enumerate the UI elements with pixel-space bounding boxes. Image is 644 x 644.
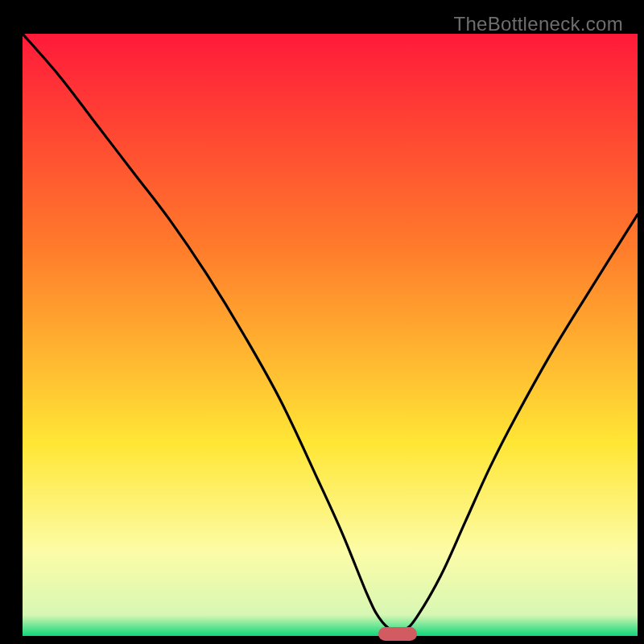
bottleneck-curve [23,34,638,636]
optimal-marker [378,627,417,641]
plot-area [23,34,638,636]
watermark-text: TheBottleneck.com [453,13,623,35]
chart-frame: TheBottleneck.com [8,8,636,636]
